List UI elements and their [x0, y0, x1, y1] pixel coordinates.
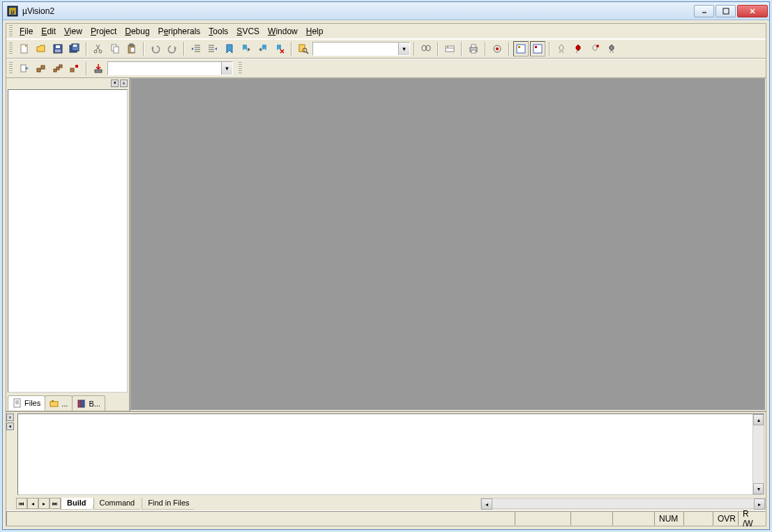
svg-rect-49	[533, 45, 542, 53]
output-vscrollbar[interactable]: ▴ ▾	[752, 414, 764, 494]
find-in-files-button[interactable]	[296, 41, 311, 56]
indent-right-button[interactable]	[205, 41, 220, 56]
grip-icon[interactable]	[239, 62, 242, 75]
menu-project[interactable]: Project	[86, 25, 121, 38]
output-dropdown-button[interactable]: ▾	[6, 423, 14, 430]
toggle-bookmark-button[interactable]	[222, 41, 237, 56]
workspace-upper: ▾ × Files ...	[6, 78, 766, 411]
svg-rect-65	[95, 70, 102, 73]
status-scroll	[683, 511, 713, 526]
find-combo[interactable]: ▼	[312, 42, 410, 56]
output-pane-buttons: × ▾	[6, 412, 16, 510]
chevron-down-icon[interactable]: ▼	[398, 43, 409, 55]
menu-window[interactable]: Window	[264, 25, 302, 38]
output-text[interactable]: ▴ ▾	[17, 413, 764, 495]
target-combo[interactable]: ▼	[107, 61, 233, 75]
svg-rect-58	[37, 68, 40, 72]
tab-build[interactable]: Build	[61, 498, 97, 510]
svg-point-17	[99, 50, 102, 53]
chevron-down-icon[interactable]: ▼	[221, 62, 232, 75]
output-tabs-row: ⏮ ◂ ▸ ⏭ Build Command Find in Files ◂ ▸	[16, 496, 766, 510]
grip-icon[interactable]	[9, 25, 13, 38]
tab-find-in-files[interactable]: Find in Files	[142, 498, 199, 510]
minimize-button[interactable]	[694, 5, 714, 17]
prev-bookmark-button[interactable]	[255, 41, 271, 56]
output-close-button[interactable]: ×	[6, 413, 14, 421]
svg-rect-71	[52, 400, 54, 402]
translate-button[interactable]	[17, 61, 32, 76]
save-button[interactable]	[50, 41, 66, 56]
project-tree[interactable]	[8, 89, 128, 393]
project-pane: ▾ × Files ...	[6, 78, 130, 411]
svg-rect-4	[723, 8, 729, 14]
scroll-up-icon[interactable]: ▴	[753, 414, 764, 425]
tab-regs[interactable]: ...	[45, 395, 73, 411]
download-button[interactable]	[91, 61, 106, 76]
toolbar-build: ▼	[6, 59, 766, 78]
menu-svcs[interactable]: SVCS	[232, 25, 264, 38]
next-bookmark-button[interactable]	[239, 41, 254, 56]
cut-button[interactable]	[91, 41, 106, 56]
menu-file[interactable]: File	[15, 25, 37, 38]
menu-tools[interactable]: Tools	[204, 25, 232, 38]
titlebar[interactable]: µ µVision2	[3, 2, 769, 20]
svg-rect-61	[56, 67, 59, 70]
paste-button[interactable]	[124, 41, 139, 56]
statusbar: NUM OVR R /W	[6, 510, 766, 526]
svg-rect-9	[56, 45, 60, 48]
scroll-left-icon[interactable]: ◂	[481, 499, 492, 510]
window-title: µVision2	[22, 6, 694, 16]
find-button[interactable]	[418, 41, 434, 56]
close-button[interactable]	[737, 5, 768, 17]
kill-breakpoint-button[interactable]	[570, 41, 586, 56]
enable-breakpoint-button[interactable]	[604, 41, 619, 56]
tab-books[interactable]: B...	[72, 395, 105, 411]
tab-nav-last-icon[interactable]: ⏭	[50, 498, 61, 509]
tab-nav-prev-icon[interactable]: ◂	[27, 498, 38, 509]
debug-start-button[interactable]	[490, 41, 505, 56]
tab-nav-first-icon[interactable]: ⏮	[16, 498, 27, 509]
disable-breakpoint-button[interactable]	[587, 41, 603, 56]
tab-command[interactable]: Command	[93, 498, 146, 510]
new-file-button[interactable]	[17, 41, 32, 56]
breakpoint-button[interactable]	[554, 41, 569, 56]
source-browser-button[interactable]	[442, 41, 457, 56]
svg-rect-43	[471, 45, 476, 47]
menu-peripherals[interactable]: Peripherals	[154, 25, 205, 38]
build-button[interactable]	[33, 61, 49, 76]
options-button[interactable]	[513, 41, 529, 56]
grip-icon[interactable]	[9, 43, 13, 55]
output-hscrollbar[interactable]: ◂ ▸	[480, 498, 766, 509]
menu-help[interactable]: Help	[302, 25, 328, 38]
undo-button[interactable]	[148, 41, 163, 56]
redo-button[interactable]	[165, 41, 180, 56]
books-icon	[77, 399, 86, 409]
options2-button[interactable]	[530, 41, 545, 56]
svg-rect-44	[471, 50, 476, 53]
svg-rect-21	[130, 44, 133, 46]
tab-files[interactable]: Files	[8, 395, 45, 411]
copy-button[interactable]	[107, 41, 123, 56]
pane-dropdown-button[interactable]: ▾	[111, 79, 119, 87]
tab-nav-next-icon[interactable]: ▸	[38, 498, 50, 509]
editor-area[interactable]	[130, 78, 766, 411]
menu-view[interactable]: View	[60, 25, 86, 38]
pane-close-button[interactable]: ×	[120, 79, 128, 87]
indent-left-button[interactable]	[188, 41, 204, 56]
scroll-down-icon[interactable]: ▾	[753, 483, 764, 494]
svg-rect-13	[73, 45, 77, 47]
svg-rect-41	[447, 47, 448, 47]
clear-bookmarks-button[interactable]	[272, 41, 287, 56]
print-button[interactable]	[466, 41, 481, 56]
svg-rect-39	[446, 46, 454, 52]
rebuild-all-button[interactable]	[50, 61, 66, 76]
menu-edit[interactable]: Edit	[37, 25, 60, 38]
maximize-button[interactable]	[716, 5, 736, 17]
stop-build-button[interactable]	[67, 61, 82, 76]
grip-icon[interactable]	[9, 62, 13, 75]
svg-point-46	[496, 47, 499, 50]
menu-debug[interactable]: Debug	[121, 25, 153, 38]
save-all-button[interactable]	[67, 41, 82, 56]
open-file-button[interactable]	[33, 41, 49, 56]
status-rw: R /W	[738, 511, 766, 526]
